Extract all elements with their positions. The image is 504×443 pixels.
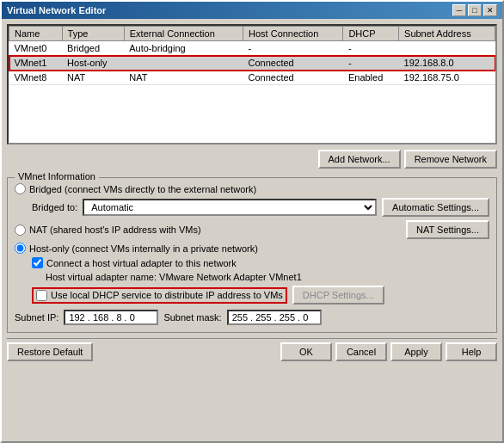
host-adapter-name-label: Host virtual adapter name: VMware Networ… [46, 272, 302, 282]
title-bar-buttons: ─ □ ✕ [452, 4, 497, 16]
bridged-radio[interactable] [15, 183, 26, 194]
host-only-label: Host-only (connect VMs internally in a p… [29, 243, 258, 254]
bridged-label: Bridged (connect VMs directly to the ext… [29, 184, 256, 194]
apply-button[interactable]: Apply [390, 342, 442, 361]
ok-button[interactable]: OK [280, 342, 332, 361]
vmnet-info-group: VMnet Information Bridged (connect VMs d… [7, 177, 497, 333]
nat-label: NAT (shared host's IP address with VMs) [29, 225, 201, 235]
maximize-button[interactable]: □ [468, 4, 482, 16]
nat-settings-button[interactable]: NAT Settings... [406, 220, 489, 239]
connect-host-adapter-label: Connect a host virtual adapter to this n… [46, 258, 237, 268]
network-table-body[interactable]: VMnet0BridgedAuto-bridging--VMnet1Host-o… [9, 41, 495, 85]
subnet-ip-input[interactable] [64, 310, 158, 325]
close-button[interactable]: ✕ [483, 4, 497, 16]
dhcp-checkbox-bordered[interactable]: Use local DHCP service to distribute IP … [32, 287, 287, 304]
bridged-radio-row[interactable]: Bridged (connect VMs directly to the ext… [15, 183, 489, 194]
dhcp-label: Use local DHCP service to distribute IP … [51, 290, 283, 300]
table-cell: NAT [124, 71, 243, 85]
bridged-to-label: Bridged to: [32, 202, 77, 212]
table-cell: NAT [62, 71, 124, 85]
nat-radio-container[interactable]: NAT (shared host's IP address with VMs) [15, 225, 401, 236]
bottom-right-buttons: OK Cancel Apply Help [280, 342, 497, 361]
connect-host-adapter-checkbox[interactable] [32, 257, 43, 268]
table-cell: Enabled [343, 71, 399, 85]
col-header-dhcp: DHCP [343, 27, 399, 41]
network-table: Name Type External Connection Host Conne… [9, 26, 495, 85]
table-cell: Bridged [62, 41, 124, 56]
network-table-container: Name Type External Connection Host Conne… [7, 24, 497, 145]
subnet-mask-input[interactable] [227, 310, 322, 325]
col-header-subnet: Subnet Address [399, 27, 495, 41]
table-cell: Auto-bridging [124, 41, 243, 56]
table-cell: VMnet8 [9, 71, 63, 85]
help-button[interactable]: Help [446, 342, 497, 361]
table-cell: VMnet1 [9, 56, 63, 71]
table-cell: 192.168.75.0 [399, 71, 495, 85]
cancel-button[interactable]: Cancel [335, 342, 387, 361]
table-row[interactable]: VMnet0BridgedAuto-bridging-- [9, 41, 495, 56]
table-cell: - [243, 41, 343, 56]
vmnet-info-legend: VMnet Information [15, 171, 99, 182]
table-cell: Host-only [62, 56, 124, 71]
table-cell: - [343, 56, 399, 71]
vmnet-info-content: Bridged (connect VMs directly to the ext… [15, 183, 489, 325]
virtual-network-editor-window: Virtual Network Editor ─ □ ✕ Name Type E… [0, 0, 504, 443]
title-bar: Virtual Network Editor ─ □ ✕ [2, 2, 502, 19]
table-cell: VMnet0 [9, 41, 63, 56]
col-header-host: Host Connection [243, 27, 343, 41]
host-adapter-name-row: Host virtual adapter name: VMware Networ… [46, 272, 489, 282]
remove-network-button[interactable]: Remove Network [404, 150, 497, 169]
bottom-bar: Restore Default OK Cancel Apply Help [7, 338, 497, 363]
dhcp-checkbox[interactable] [36, 290, 47, 301]
window-title: Virtual Network Editor [7, 5, 106, 15]
bridged-to-select[interactable]: Automatic [83, 199, 377, 216]
host-only-radio-row[interactable]: Host-only (connect VMs internally in a p… [15, 243, 489, 254]
bridged-to-row: Bridged to: Automatic Automatic Settings… [32, 198, 489, 217]
table-cell [399, 41, 495, 56]
title-bar-left: Virtual Network Editor [7, 5, 106, 15]
dhcp-settings-button[interactable]: DHCP Settings... [292, 286, 384, 305]
automatic-settings-button[interactable]: Automatic Settings... [382, 198, 489, 217]
nat-radio-row: NAT (shared host's IP address with VMs) … [15, 220, 489, 239]
table-row[interactable]: VMnet8NATNATConnectedEnabled192.168.75.0 [9, 71, 495, 85]
subnet-row: Subnet IP: Subnet mask: [15, 310, 489, 325]
table-cell: Connected [243, 56, 343, 71]
nat-radio[interactable] [15, 225, 26, 236]
subnet-mask-label: Subnet mask: [163, 312, 221, 323]
host-only-radio[interactable] [15, 243, 26, 254]
col-header-type: Type [62, 27, 124, 41]
table-row[interactable]: VMnet1Host-onlyConnected-192.168.8.0 [9, 56, 495, 71]
col-header-external: External Connection [124, 27, 243, 41]
add-network-button[interactable]: Add Network... [318, 150, 401, 169]
table-cell [124, 56, 243, 71]
minimize-button[interactable]: ─ [452, 4, 466, 16]
table-cell: - [343, 41, 399, 56]
restore-default-button[interactable]: Restore Default [7, 342, 93, 361]
table-cell: 192.168.8.0 [399, 56, 495, 71]
network-action-buttons: Add Network... Remove Network [7, 148, 497, 170]
window-body: Name Type External Connection Host Conne… [2, 19, 502, 441]
table-header-row: Name Type External Connection Host Conne… [9, 27, 495, 41]
col-header-name: Name [9, 27, 63, 41]
subnet-ip-label: Subnet IP: [15, 312, 58, 323]
connect-host-adapter-row[interactable]: Connect a host virtual adapter to this n… [32, 257, 489, 268]
table-cell: Connected [243, 71, 343, 85]
dhcp-row: Use local DHCP service to distribute IP … [32, 286, 489, 305]
